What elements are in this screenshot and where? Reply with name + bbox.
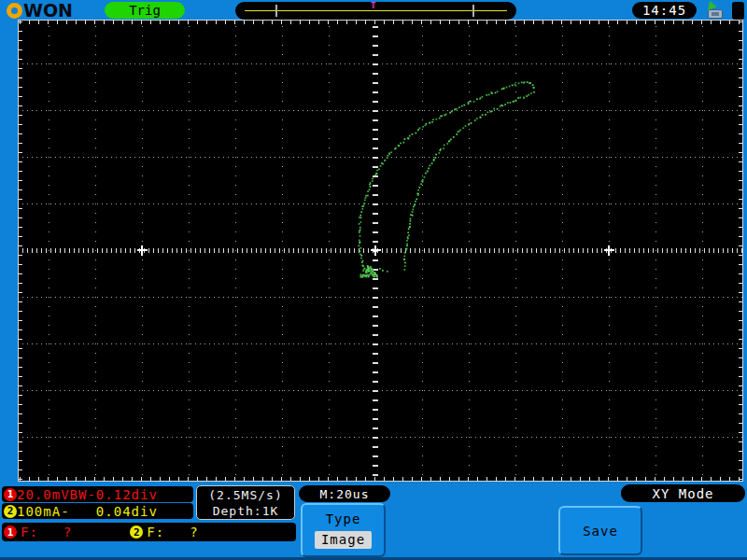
acquisition-info-box: (2.5MS/s) Depth:1K xyxy=(196,485,295,520)
display-mode-badge: XY Mode xyxy=(621,484,745,502)
top-status-bar: WON Trig T 14:45 xyxy=(0,0,747,21)
window-start-marker xyxy=(275,5,277,17)
save-button-label: Save xyxy=(583,524,618,539)
trigger-status-label: Trig xyxy=(129,3,161,18)
display-mode-text: XY Mode xyxy=(652,486,713,501)
type-menu-button[interactable]: Type Image xyxy=(301,503,386,557)
frequency-counter-bar: 1 F: ? 2 F: ? xyxy=(2,523,296,541)
channel2-settings-text: 100mA- 0.04div xyxy=(17,504,158,519)
horizontal-position-bar[interactable]: T xyxy=(235,2,516,20)
channel2-badge: 2 xyxy=(4,505,17,518)
xy-trace-canvas xyxy=(19,21,742,481)
timebase-badge: M:20us xyxy=(299,485,390,502)
channel1-settings-text: 20.0mVBW-0.12div xyxy=(17,487,158,502)
owon-logo-ring-icon xyxy=(7,3,22,19)
save-button[interactable]: Save xyxy=(558,506,642,555)
owon-logo: WON xyxy=(7,1,73,20)
channel2-status-bar: 2100mA- 0.04div xyxy=(2,503,193,519)
channel1-freq-value: ? xyxy=(63,525,72,539)
type-menu-label: Type xyxy=(326,511,361,526)
clock-badge: 14:45 xyxy=(632,2,697,19)
clock-time: 14:45 xyxy=(642,3,686,18)
usb-storage-icon xyxy=(704,3,727,20)
channel2-freq-value: ? xyxy=(190,525,198,539)
channel2-freq-label: F: xyxy=(147,525,164,539)
channel1-badge: 1 xyxy=(4,488,17,501)
sample-rate-text: (2.5MS/s) xyxy=(208,487,282,503)
channel1-badge: 1 xyxy=(4,525,17,539)
battery-icon xyxy=(732,2,744,20)
channel2-badge: 2 xyxy=(130,525,143,539)
type-menu-selected-value[interactable]: Image xyxy=(315,531,372,549)
window-end-marker xyxy=(472,5,474,17)
timebase-text: M:20us xyxy=(320,487,370,501)
record-length-line xyxy=(245,10,507,11)
memory-depth-text: Depth:1K xyxy=(213,503,279,519)
waveform-display-area xyxy=(19,21,742,481)
owon-logo-text: WON xyxy=(23,1,73,20)
channel1-freq-label: F: xyxy=(21,525,38,539)
trigger-status-badge: Trig xyxy=(105,2,185,19)
channel1-status-bar: 120.0mVBW-0.12div xyxy=(2,486,193,502)
trigger-position-marker: T xyxy=(371,2,375,10)
